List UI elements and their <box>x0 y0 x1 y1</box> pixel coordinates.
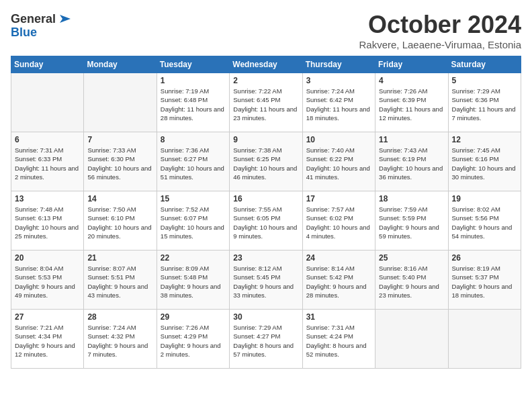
cell-content: Sunrise: 7:43 AM Sunset: 6:19 PM Dayligh… <box>379 146 444 181</box>
calendar-cell: 22Sunrise: 8:09 AM Sunset: 5:48 PM Dayli… <box>157 250 229 310</box>
cell-content: Sunrise: 7:59 AM Sunset: 5:59 PM Dayligh… <box>379 205 444 240</box>
day-number: 27 <box>15 312 80 322</box>
day-number: 1 <box>161 76 226 85</box>
cell-content: Sunrise: 7:26 AM Sunset: 6:39 PM Dayligh… <box>379 87 444 122</box>
cell-content: Sunrise: 7:24 AM Sunset: 6:42 PM Dayligh… <box>306 87 371 122</box>
cell-content: Sunrise: 7:36 AM Sunset: 6:27 PM Dayligh… <box>161 146 226 181</box>
cell-content: Sunrise: 8:12 AM Sunset: 5:45 PM Dayligh… <box>233 264 298 300</box>
calendar-cell: 5Sunrise: 7:29 AM Sunset: 6:36 PM Daylig… <box>448 73 521 132</box>
calendar-week-row: 20Sunrise: 8:04 AM Sunset: 5:53 PM Dayli… <box>11 250 521 310</box>
day-number: 6 <box>15 135 80 144</box>
day-number: 25 <box>379 253 444 263</box>
logo-general-text: General <box>11 12 56 26</box>
calendar-cell: 27Sunrise: 7:21 AM Sunset: 4:34 PM Dayli… <box>11 310 84 369</box>
calendar-cell: 21Sunrise: 8:07 AM Sunset: 5:51 PM Dayli… <box>84 250 157 310</box>
cell-content: Sunrise: 7:52 AM Sunset: 6:07 PM Dayligh… <box>161 205 226 240</box>
calendar-cell: 15Sunrise: 7:52 AM Sunset: 6:07 PM Dayli… <box>157 191 229 250</box>
day-number: 17 <box>306 194 371 203</box>
cell-content: Sunrise: 7:26 AM Sunset: 4:29 PM Dayligh… <box>161 323 226 359</box>
logo: General Blue <box>11 11 73 40</box>
day-number: 26 <box>452 253 517 263</box>
calendar-cell: 16Sunrise: 7:55 AM Sunset: 6:05 PM Dayli… <box>230 191 302 250</box>
cell-content: Sunrise: 7:19 AM Sunset: 6:48 PM Dayligh… <box>161 87 226 122</box>
calendar-cell: 12Sunrise: 7:45 AM Sunset: 6:16 PM Dayli… <box>448 132 521 191</box>
calendar-cell <box>448 310 521 369</box>
day-number: 11 <box>379 135 444 144</box>
calendar-header-friday: Friday <box>375 56 448 73</box>
calendar-cell: 14Sunrise: 7:50 AM Sunset: 6:10 PM Dayli… <box>84 191 157 250</box>
day-number: 12 <box>452 135 517 144</box>
day-number: 4 <box>379 76 444 85</box>
svg-marker-0 <box>60 15 71 23</box>
day-number: 21 <box>87 253 152 263</box>
calendar-header-monday: Monday <box>84 56 157 73</box>
cell-content: Sunrise: 7:22 AM Sunset: 6:45 PM Dayligh… <box>233 87 298 122</box>
logo-blue-text: Blue <box>11 26 37 40</box>
day-number: 28 <box>87 312 152 322</box>
calendar-header-row: SundayMondayTuesdayWednesdayThursdayFrid… <box>11 56 521 73</box>
cell-content: Sunrise: 8:02 AM Sunset: 5:56 PM Dayligh… <box>452 205 517 240</box>
calendar-cell: 11Sunrise: 7:43 AM Sunset: 6:19 PM Dayli… <box>375 132 448 191</box>
day-number: 31 <box>306 312 371 322</box>
calendar-table: SundayMondayTuesdayWednesdayThursdayFrid… <box>11 56 521 369</box>
calendar-header-thursday: Thursday <box>302 56 375 73</box>
day-number: 9 <box>233 135 298 144</box>
calendar-cell: 28Sunrise: 7:24 AM Sunset: 4:32 PM Dayli… <box>84 310 157 369</box>
title-block: October 2024 Rakvere, Laeaene-Virumaa, E… <box>359 11 521 50</box>
day-number: 15 <box>161 194 226 203</box>
day-number: 22 <box>161 253 226 263</box>
cell-content: Sunrise: 7:50 AM Sunset: 6:10 PM Dayligh… <box>87 205 152 240</box>
calendar-header-sunday: Sunday <box>11 56 84 73</box>
cell-content: Sunrise: 7:29 AM Sunset: 6:36 PM Dayligh… <box>452 87 517 122</box>
cell-content: Sunrise: 7:31 AM Sunset: 6:33 PM Dayligh… <box>15 146 80 181</box>
day-number: 24 <box>306 253 371 263</box>
calendar-cell: 20Sunrise: 8:04 AM Sunset: 5:53 PM Dayli… <box>11 250 84 310</box>
day-number: 2 <box>233 76 298 85</box>
calendar-header-saturday: Saturday <box>448 56 521 73</box>
calendar-cell: 26Sunrise: 8:19 AM Sunset: 5:37 PM Dayli… <box>448 250 521 310</box>
calendar-header-wednesday: Wednesday <box>230 56 302 73</box>
cell-content: Sunrise: 8:19 AM Sunset: 5:37 PM Dayligh… <box>452 264 517 300</box>
cell-content: Sunrise: 7:38 AM Sunset: 6:25 PM Dayligh… <box>233 146 298 181</box>
calendar-cell: 30Sunrise: 7:29 AM Sunset: 4:27 PM Dayli… <box>230 310 302 369</box>
cell-content: Sunrise: 7:57 AM Sunset: 6:02 PM Dayligh… <box>306 205 371 240</box>
calendar-cell: 25Sunrise: 8:16 AM Sunset: 5:40 PM Dayli… <box>375 250 448 310</box>
location-text: Rakvere, Laeaene-Virumaa, Estonia <box>359 39 521 50</box>
day-number: 29 <box>161 312 226 322</box>
calendar-week-row: 27Sunrise: 7:21 AM Sunset: 4:34 PM Dayli… <box>11 310 521 369</box>
day-number: 13 <box>15 194 80 203</box>
cell-content: Sunrise: 7:29 AM Sunset: 4:27 PM Dayligh… <box>233 323 298 359</box>
day-number: 10 <box>306 135 371 144</box>
calendar-cell: 4Sunrise: 7:26 AM Sunset: 6:39 PM Daylig… <box>375 73 448 132</box>
calendar-cell: 17Sunrise: 7:57 AM Sunset: 6:02 PM Dayli… <box>302 191 375 250</box>
cell-content: Sunrise: 7:31 AM Sunset: 4:24 PM Dayligh… <box>306 323 371 359</box>
day-number: 23 <box>233 253 298 263</box>
calendar-cell: 2Sunrise: 7:22 AM Sunset: 6:45 PM Daylig… <box>230 73 302 132</box>
day-number: 16 <box>233 194 298 203</box>
logo-arrow-icon <box>57 11 73 27</box>
calendar-cell: 23Sunrise: 8:12 AM Sunset: 5:45 PM Dayli… <box>230 250 302 310</box>
day-number: 3 <box>306 76 371 85</box>
calendar-cell <box>375 310 448 369</box>
calendar-header-tuesday: Tuesday <box>157 56 229 73</box>
cell-content: Sunrise: 7:48 AM Sunset: 6:13 PM Dayligh… <box>15 205 80 240</box>
calendar-cell: 7Sunrise: 7:33 AM Sunset: 6:30 PM Daylig… <box>84 132 157 191</box>
calendar-cell <box>11 73 84 132</box>
calendar-cell: 13Sunrise: 7:48 AM Sunset: 6:13 PM Dayli… <box>11 191 84 250</box>
calendar-week-row: 13Sunrise: 7:48 AM Sunset: 6:13 PM Dayli… <box>11 191 521 250</box>
calendar-cell: 29Sunrise: 7:26 AM Sunset: 4:29 PM Dayli… <box>157 310 229 369</box>
cell-content: Sunrise: 7:55 AM Sunset: 6:05 PM Dayligh… <box>233 205 298 240</box>
calendar-cell: 9Sunrise: 7:38 AM Sunset: 6:25 PM Daylig… <box>230 132 302 191</box>
cell-content: Sunrise: 7:45 AM Sunset: 6:16 PM Dayligh… <box>452 146 517 181</box>
calendar-cell: 10Sunrise: 7:40 AM Sunset: 6:22 PM Dayli… <box>302 132 375 191</box>
cell-content: Sunrise: 7:40 AM Sunset: 6:22 PM Dayligh… <box>306 146 371 181</box>
calendar-cell: 8Sunrise: 7:36 AM Sunset: 6:27 PM Daylig… <box>157 132 229 191</box>
day-number: 20 <box>15 253 80 263</box>
day-number: 5 <box>452 76 517 85</box>
cell-content: Sunrise: 7:21 AM Sunset: 4:34 PM Dayligh… <box>15 323 80 359</box>
calendar-week-row: 6Sunrise: 7:31 AM Sunset: 6:33 PM Daylig… <box>11 132 521 191</box>
calendar-cell: 19Sunrise: 8:02 AM Sunset: 5:56 PM Dayli… <box>448 191 521 250</box>
cell-content: Sunrise: 7:33 AM Sunset: 6:30 PM Dayligh… <box>87 146 152 181</box>
calendar-cell: 3Sunrise: 7:24 AM Sunset: 6:42 PM Daylig… <box>302 73 375 132</box>
day-number: 8 <box>161 135 226 144</box>
